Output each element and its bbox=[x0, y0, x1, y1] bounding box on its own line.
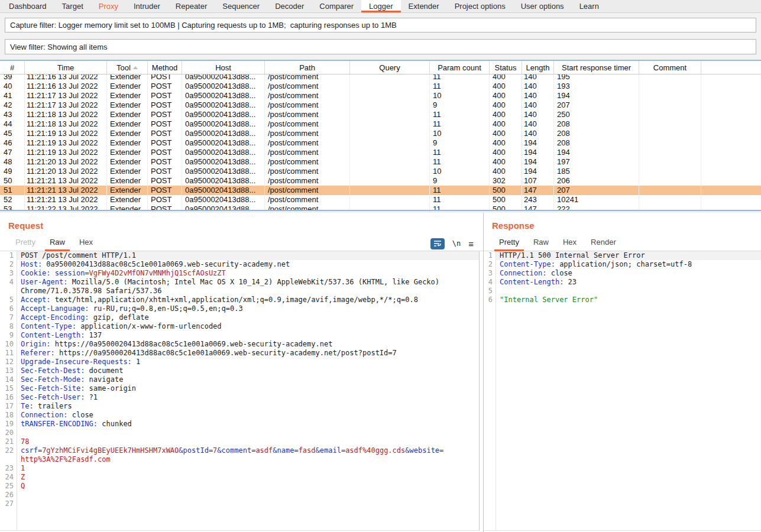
cell-length: 243 bbox=[522, 195, 554, 205]
cell-status: 500 bbox=[490, 195, 522, 205]
cell-time: 11:21:20 13 Jul 2022 bbox=[25, 167, 107, 176]
tab-pretty[interactable]: Pretty bbox=[8, 235, 43, 251]
request-editor[interactable]: 1POST /post/comment HTTP/1.12Host: 0a950… bbox=[0, 251, 480, 531]
line-content: HTTP/1.1 500 Internal Server Error bbox=[496, 251, 761, 260]
editor-menu-icon[interactable]: ≡ bbox=[468, 239, 474, 248]
tab-hex[interactable]: Hex bbox=[556, 235, 584, 251]
line-number: 11 bbox=[0, 349, 17, 358]
table-row[interactable]: 4911:21:20 13 Jul 2022ExtenderPOST0a9500… bbox=[0, 167, 761, 176]
line-content bbox=[496, 287, 761, 296]
cell-status: 400 bbox=[490, 100, 522, 110]
table-row[interactable]: 4511:21:19 13 Jul 2022ExtenderPOST0a9500… bbox=[0, 129, 761, 138]
line-number: 3 bbox=[484, 269, 496, 278]
cell-param-count: 11 bbox=[430, 205, 490, 210]
editor-line: 3Cookie: session=VgFWy4D2vMfON7vMNMhjQ1S… bbox=[0, 269, 479, 278]
menu-item-dashboard[interactable]: Dashboard bbox=[1, 0, 54, 12]
column-header-path[interactable]: Path bbox=[265, 61, 350, 74]
menu-item-repeater[interactable]: Repeater bbox=[168, 0, 215, 12]
menu-item-comparer[interactable]: Comparer bbox=[312, 0, 361, 12]
editor-line: 3Connection: close bbox=[484, 269, 761, 278]
newline-markers-icon[interactable]: \n bbox=[452, 239, 461, 248]
column-header-[interactable]: # bbox=[0, 61, 25, 74]
menu-item-logger[interactable]: Logger bbox=[361, 0, 400, 12]
menu-item-proxy[interactable]: Proxy bbox=[91, 0, 126, 12]
column-header-host[interactable]: Host bbox=[182, 61, 265, 74]
menu-item-intruder[interactable]: Intruder bbox=[126, 0, 168, 12]
column-label: Status bbox=[495, 63, 517, 72]
editor-line: 12Upgrade-Insecure-Requests: 1 bbox=[0, 358, 479, 366]
menu-item-extender[interactable]: Extender bbox=[401, 0, 447, 12]
table-row[interactable]: 4011:21:16 13 Jul 2022ExtenderPOST0a9500… bbox=[0, 82, 761, 91]
response-panel: Response PrettyRawHexRender 1HTTP/1.1 50… bbox=[484, 213, 761, 532]
cell-host: 0a9500020413d88... bbox=[182, 157, 265, 167]
line-content: Upgrade-Insecure-Requests: 1 bbox=[17, 358, 479, 366]
cell-param-count: 9 bbox=[430, 176, 490, 186]
line-content: Cookie: session=VgFWy4D2vMfON7vMNMhjQ1Sc… bbox=[17, 269, 479, 278]
table-row[interactable]: 4611:21:19 13 Jul 2022ExtenderPOST0a9500… bbox=[0, 138, 761, 148]
tab-raw[interactable]: Raw bbox=[526, 235, 556, 251]
column-header-length[interactable]: Length bbox=[522, 61, 554, 74]
cell-start-response-timer: 195 bbox=[554, 74, 639, 82]
column-label: Comment bbox=[653, 63, 686, 72]
menu-item-project-options[interactable]: Project options bbox=[447, 0, 513, 12]
capture-filter-bar[interactable]: Capture filter: Logger memory limit set … bbox=[5, 18, 756, 33]
line-content: Sec-Fetch-Site: same-origin bbox=[17, 384, 479, 393]
cell-status: 400 bbox=[490, 74, 522, 82]
cell-start-response-timer: 197 bbox=[554, 157, 639, 167]
cell-path: /post/comment bbox=[265, 110, 350, 119]
response-editor[interactable]: 1HTTP/1.1 500 Internal Server Error2Cont… bbox=[484, 251, 761, 531]
menu-item-sequencer[interactable]: Sequencer bbox=[215, 0, 267, 12]
cell-comment bbox=[639, 148, 701, 157]
cell-time: 11:21:21 13 Jul 2022 bbox=[25, 176, 107, 186]
column-header-start-response-timer[interactable]: Start response timer bbox=[554, 61, 639, 74]
cell-tool: Extender bbox=[107, 157, 148, 167]
cell-length: 140 bbox=[522, 100, 554, 110]
table-row[interactable]: 4411:21:18 13 Jul 2022ExtenderPOST0a9500… bbox=[0, 119, 761, 129]
table-row[interactable]: 5211:21:21 13 Jul 2022ExtenderPOST0a9500… bbox=[0, 195, 761, 205]
cell-param-count: 10 bbox=[430, 129, 490, 138]
menu-item-target[interactable]: Target bbox=[54, 0, 91, 12]
tab-pretty[interactable]: Pretty bbox=[492, 235, 526, 251]
cell-comment bbox=[639, 167, 701, 176]
tab-hex[interactable]: Hex bbox=[72, 235, 100, 251]
cell-host: 0a9500020413d88... bbox=[182, 100, 265, 110]
menu-item-user-options[interactable]: User options bbox=[513, 0, 572, 12]
cell-tool: Extender bbox=[107, 176, 148, 186]
menu-item-learn[interactable]: Learn bbox=[572, 0, 607, 12]
cell-tool: Extender bbox=[107, 138, 148, 148]
cell-length: 194 bbox=[522, 167, 554, 176]
table-row[interactable]: 5111:21:21 13 Jul 2022ExtenderPOST0a9500… bbox=[0, 186, 761, 195]
tab-render[interactable]: Render bbox=[584, 235, 623, 251]
column-header-tool[interactable]: Tool bbox=[107, 61, 148, 74]
column-header-comment[interactable]: Comment bbox=[639, 61, 701, 74]
tab-raw[interactable]: Raw bbox=[43, 235, 72, 251]
line-content: Sec-Fetch-Mode: navigate bbox=[17, 375, 479, 384]
table-row[interactable]: 5311:21:22 13 Jul 2022ExtenderPOST0a9500… bbox=[0, 205, 761, 210]
table-row[interactable]: 5011:21:21 13 Jul 2022ExtenderPOST0a9500… bbox=[0, 176, 761, 186]
cell-param-count: 11 bbox=[430, 82, 490, 91]
column-header-method[interactable]: Method bbox=[148, 61, 182, 74]
column-label: Path bbox=[299, 63, 315, 72]
table-row[interactable]: 4711:21:19 13 Jul 2022ExtenderPOST0a9500… bbox=[0, 148, 761, 157]
cell-host: 0a9500020413d88... bbox=[182, 82, 265, 91]
menu-item-decoder[interactable]: Decoder bbox=[267, 0, 312, 12]
table-row[interactable]: 3911:21:16 13 Jul 2022ExtenderPOST0a9500… bbox=[0, 74, 761, 82]
table-row[interactable]: 4211:21:17 13 Jul 2022ExtenderPOST0a9500… bbox=[0, 100, 761, 110]
line-content: Te: trailers bbox=[17, 402, 479, 411]
cell-start-response-timer: 208 bbox=[554, 129, 639, 138]
table-row[interactable]: 4111:21:17 13 Jul 2022ExtenderPOST0a9500… bbox=[0, 91, 761, 100]
cell-query bbox=[350, 195, 430, 205]
view-filter-bar[interactable]: View filter: Showing all items bbox=[5, 39, 756, 54]
column-header-query[interactable]: Query bbox=[350, 61, 430, 74]
column-label: Time bbox=[57, 63, 74, 72]
column-header-status[interactable]: Status bbox=[490, 61, 522, 74]
table-row[interactable]: 4311:21:18 13 Jul 2022ExtenderPOST0a9500… bbox=[0, 110, 761, 119]
column-header-param-count[interactable]: Param count bbox=[430, 61, 490, 74]
line-number bbox=[0, 287, 17, 296]
column-header-time[interactable]: Time bbox=[25, 61, 107, 74]
table-row[interactable]: 4811:21:20 13 Jul 2022ExtenderPOST0a9500… bbox=[0, 157, 761, 167]
line-number: 25 bbox=[0, 482, 17, 491]
cell-param-count: 10 bbox=[430, 91, 490, 100]
line-content: User-Agent: Mozilla/5.0 (Macintosh; Inte… bbox=[17, 278, 479, 287]
word-wrap-toggle-icon[interactable] bbox=[430, 238, 445, 249]
